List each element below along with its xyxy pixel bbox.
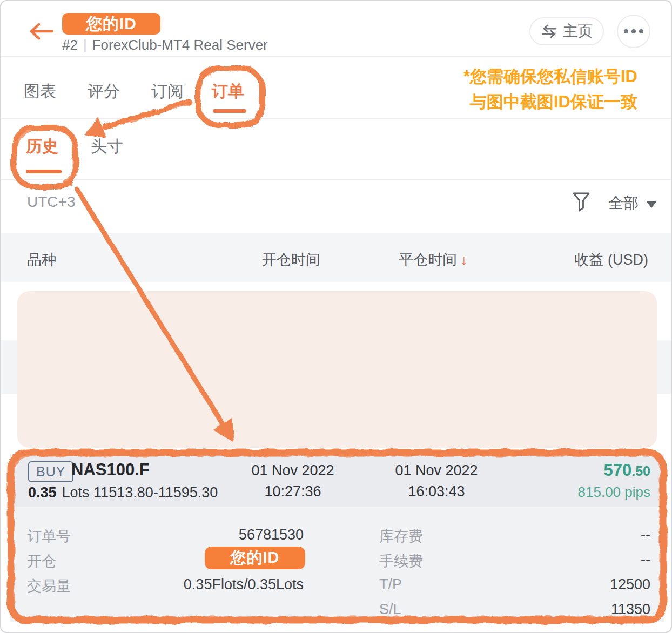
table-row[interactable]: BUY NAS100.F 0.35Lots 11513.80-11595.30 … — [10, 454, 664, 507]
column-header-close-time-label: 平仓时间 — [399, 252, 457, 268]
detail-row-commission: 手续费 -- — [379, 551, 650, 573]
detail-label: S/L — [379, 601, 401, 618]
detail-value: 11350 — [611, 601, 650, 618]
detail-label: T/P — [379, 576, 402, 593]
swap-arrows-icon — [541, 24, 558, 38]
order-open-datetime: 01 Nov 2022 10:27:36 — [228, 454, 358, 507]
detail-value: -- — [641, 551, 650, 568]
timezone-label: UTC+3 — [27, 193, 75, 211]
trading-app-order-history-screen: 您的ID #2|ForexClub-MT4 Real Server 主页 图表 … — [0, 0, 672, 633]
annotation-note-line2: 与图中截图ID保证一致 — [463, 89, 637, 115]
server-name: ForexClub-MT4 Real Server — [92, 37, 268, 53]
filter-button[interactable] — [572, 191, 591, 213]
detail-row-swap: 库存费 -- — [379, 527, 650, 548]
order-volume-line: 0.35Lots 11513.80-11595.30 — [28, 484, 218, 501]
order-details-left-column: 订单号 56781530 开仓 您的ID 交易量 0.35Flots/0.35L… — [27, 507, 304, 622]
order-side-badge: BUY — [28, 461, 73, 482]
filter-funnel-icon — [572, 191, 591, 213]
tab-subscription[interactable]: 订阅 — [151, 80, 184, 103]
range-dropdown-label: 全部 — [608, 193, 639, 213]
range-dropdown[interactable]: 全部 — [608, 193, 657, 213]
detail-row-stop-loss: S/L 11350 — [379, 601, 650, 623]
detail-label: 交易量 — [27, 576, 71, 596]
caret-down-icon — [646, 201, 657, 208]
detail-value: 56781530 — [239, 527, 304, 543]
column-header-open-time: 开仓时间 — [237, 250, 345, 270]
order-close-time: 16:03:43 — [372, 483, 501, 500]
detail-label: 手续费 — [379, 551, 423, 571]
subtab-history-active[interactable]: 历史 — [26, 136, 58, 158]
order-volume: 0.35 — [28, 484, 57, 501]
order-symbol: NAS100.F — [71, 460, 150, 480]
order-pips: 815.00 pips — [578, 484, 650, 501]
ellipsis-icon — [624, 29, 643, 33]
back-button[interactable] — [28, 22, 54, 41]
order-profit-integer: 570 — [604, 461, 632, 480]
detail-label: 开仓 — [27, 551, 56, 571]
detail-row-trade-volume: 交易量 0.35Flots/0.35Lots — [27, 576, 304, 598]
tabs-divider — [1, 118, 671, 119]
annotation-note: *您需确保您私信账号ID 与图中截图ID保证一致 — [463, 64, 637, 115]
subtab-positions[interactable]: 头寸 — [91, 136, 123, 158]
account-id-redaction-badge: 您的ID — [205, 547, 305, 569]
home-button-label: 主页 — [563, 21, 593, 42]
account-number: #2 — [62, 37, 78, 53]
order-close-date: 01 Nov 2022 — [372, 462, 501, 479]
account-id-redaction-badge: 您的ID — [62, 13, 160, 35]
crayon-arrow-orders-to-history — [105, 102, 189, 127]
detail-row-take-profit: T/P 12500 — [379, 576, 650, 598]
detail-value: -- — [641, 527, 650, 543]
tab-charts[interactable]: 图表 — [24, 80, 56, 103]
order-volume-detail: Lots 11513.80-11595.30 — [62, 484, 218, 501]
order-open-date: 01 Nov 2022 — [228, 462, 358, 479]
detail-label: 订单号 — [27, 527, 71, 546]
arrow-left-icon — [28, 22, 54, 41]
order-close-datetime: 01 Nov 2022 16:03:43 — [372, 454, 501, 507]
active-tab-underline — [213, 109, 246, 113]
subtitle-separator: | — [78, 37, 92, 53]
detail-row-order-number: 订单号 56781530 — [27, 527, 304, 548]
annotation-note-line1: *您需确保您私信账号ID — [463, 64, 637, 89]
redaction-overlay — [17, 291, 657, 448]
order-open-time: 10:27:36 — [228, 483, 358, 500]
tab-orders-active[interactable]: 订单 — [212, 80, 244, 103]
more-options-button[interactable] — [617, 15, 650, 48]
order-profit: 570.50 — [604, 461, 651, 480]
column-header-close-time-sortable[interactable]: 平仓时间↓ — [379, 250, 487, 270]
tab-rating[interactable]: 评分 — [88, 80, 120, 103]
sort-descending-icon: ↓ — [460, 252, 468, 268]
order-card: BUY NAS100.F 0.35Lots 11513.80-11595.30 … — [10, 454, 664, 622]
detail-label: 库存费 — [379, 527, 423, 546]
home-button[interactable]: 主页 — [529, 17, 604, 45]
column-header-profit: 收益 (USD) — [475, 250, 648, 270]
order-details-right-column: 库存费 -- 手续费 -- T/P 12500 S/L 11350 — [379, 507, 650, 622]
subtabs-divider — [1, 179, 671, 180]
column-header-symbol: 品种 — [27, 250, 56, 270]
detail-value: 12500 — [610, 576, 650, 593]
order-profit-decimal: .50 — [631, 463, 650, 479]
header-divider — [1, 56, 671, 57]
detail-value: 0.35Flots/0.35Lots — [184, 576, 304, 593]
active-subtab-underline — [26, 170, 62, 173]
account-subtitle: #2|ForexClub-MT4 Real Server — [62, 37, 268, 53]
